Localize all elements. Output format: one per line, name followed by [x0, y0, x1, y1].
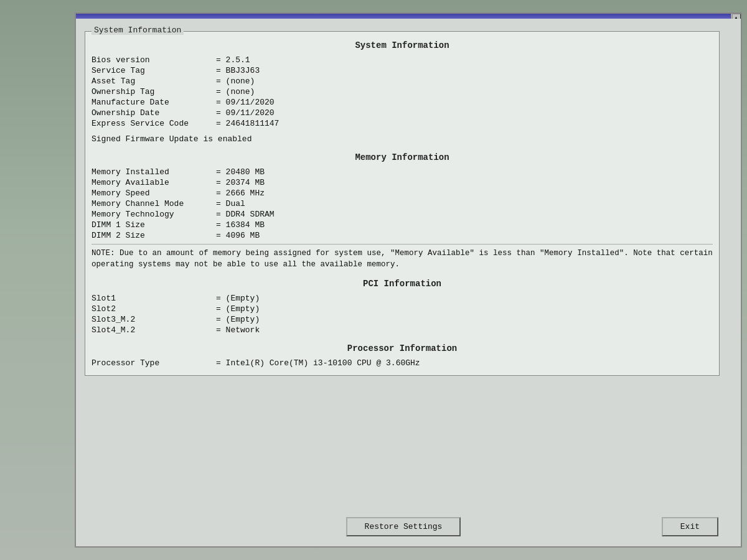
ownership-date-row: Ownership Date = 09/11/2020 [92, 108, 713, 118]
memory-speed-value: = 2666 MHz [216, 189, 265, 198]
slot4-value: = Network [216, 325, 260, 335]
system-info-content: System Information Bios version = 2.5.1 … [85, 32, 719, 375]
ownership-tag-label: Ownership Tag [92, 87, 216, 96]
dimm2-value: = 4096 MB [216, 231, 260, 240]
memory-installed-label: Memory Installed [92, 167, 216, 177]
slot4-label: Slot4_M.2 [92, 325, 216, 335]
memory-info-section: Memory Information Memory Installed = 20… [92, 152, 713, 270]
service-tag-label: Service Tag [92, 66, 216, 75]
slot3-row: Slot3_M.2 = (Empty) [92, 315, 713, 324]
slot3-label: Slot3_M.2 [92, 315, 216, 324]
dimm1-value: = 16384 MB [216, 220, 265, 230]
button-bar: Restore Settings [88, 517, 718, 536]
bios-version-label: Bios version [92, 55, 216, 65]
restore-button[interactable]: Restore Settings [346, 517, 461, 536]
processor-type-value: = Intel(R) Core(TM) i3-10100 CPU @ 3.60G… [216, 358, 420, 368]
exit-button[interactable]: Exit [662, 517, 718, 536]
ownership-tag-row: Ownership Tag = (none) [92, 87, 713, 96]
memory-technology-value: = DDR4 SDRAM [216, 210, 275, 219]
processor-type-label: Processor Type [92, 358, 216, 368]
processor-info-header: Processor Information [92, 343, 713, 353]
slot2-row: Slot2 = (Empty) [92, 304, 713, 314]
asset-tag-row: Asset Tag = (none) [92, 77, 713, 86]
main-panel: System Information System Information Bi… [76, 19, 741, 546]
bios-version-value: = 2.5.1 [216, 55, 250, 65]
express-service-value: = 24641811147 [216, 119, 279, 128]
memory-available-row: Memory Available = 20374 MB [92, 178, 713, 187]
dimm1-row: DIMM 1 Size = 16384 MB [92, 220, 713, 230]
express-service-row: Express Service Code = 24641811147 [92, 119, 713, 128]
memory-technology-row: Memory Technology = DDR4 SDRAM [92, 210, 713, 219]
memory-available-value: = 20374 MB [216, 178, 265, 187]
asset-tag-label: Asset Tag [92, 77, 216, 86]
top-bar [76, 14, 741, 19]
service-tag-row: Service Tag = BBJ3J63 [92, 66, 713, 75]
service-tag-value: = BBJ3J63 [216, 66, 260, 75]
memory-channel-row: Memory Channel Mode = Dual [92, 199, 713, 208]
memory-available-label: Memory Available [92, 178, 216, 187]
memory-technology-label: Memory Technology [92, 210, 216, 219]
slot3-value: = (Empty) [216, 315, 260, 324]
memory-installed-row: Memory Installed = 20480 MB [92, 167, 713, 177]
memory-channel-label: Memory Channel Mode [92, 199, 216, 208]
slot1-row: Slot1 = (Empty) [92, 294, 713, 303]
pci-info-section: PCI Information Slot1 = (Empty) Slot2 = … [92, 279, 713, 335]
system-info-title: System Information [92, 26, 184, 35]
slot1-value: = (Empty) [216, 294, 260, 303]
memory-note: NOTE: Due to an amount of memory being a… [92, 244, 713, 270]
ownership-date-label: Ownership Date [92, 108, 216, 118]
memory-channel-value: = Dual [216, 199, 245, 208]
memory-info-header: Memory Information [92, 152, 713, 162]
memory-installed-value: = 20480 MB [216, 167, 265, 177]
manufacture-date-value: = 09/11/2020 [216, 98, 275, 107]
express-service-label: Express Service Code [92, 119, 216, 128]
ownership-tag-value: = (none) [216, 87, 255, 96]
memory-speed-label: Memory Speed [92, 189, 216, 198]
slot4-row: Slot4_M.2 = Network [92, 325, 713, 335]
processor-type-row: Processor Type = Intel(R) Core(TM) i3-10… [92, 358, 713, 368]
system-info-header: System Information [92, 40, 713, 50]
dimm1-label: DIMM 1 Size [92, 220, 216, 230]
bios-version-row: Bios version = 2.5.1 [92, 55, 713, 65]
system-info-box: System Information System Information Bi… [85, 31, 720, 376]
memory-speed-row: Memory Speed = 2666 MHz [92, 189, 713, 198]
dimm2-row: DIMM 2 Size = 4096 MB [92, 231, 713, 240]
dimm2-label: DIMM 2 Size [92, 231, 216, 240]
manufacture-date-label: Manufacture Date [92, 98, 216, 107]
manufacture-date-row: Manufacture Date = 09/11/2020 [92, 98, 713, 107]
bios-frame: ▲ ▼ System Information System Informatio… [75, 12, 742, 548]
processor-info-section: Processor Information Processor Type = I… [92, 343, 713, 368]
asset-tag-value: = (none) [216, 77, 255, 86]
ownership-date-value: = 09/11/2020 [216, 108, 275, 118]
slot2-label: Slot2 [92, 304, 216, 314]
pci-info-header: PCI Information [92, 279, 713, 289]
slot2-value: = (Empty) [216, 304, 260, 314]
firmware-note: Signed Firmware Update is enabled [92, 134, 713, 144]
slot1-label: Slot1 [92, 294, 216, 303]
